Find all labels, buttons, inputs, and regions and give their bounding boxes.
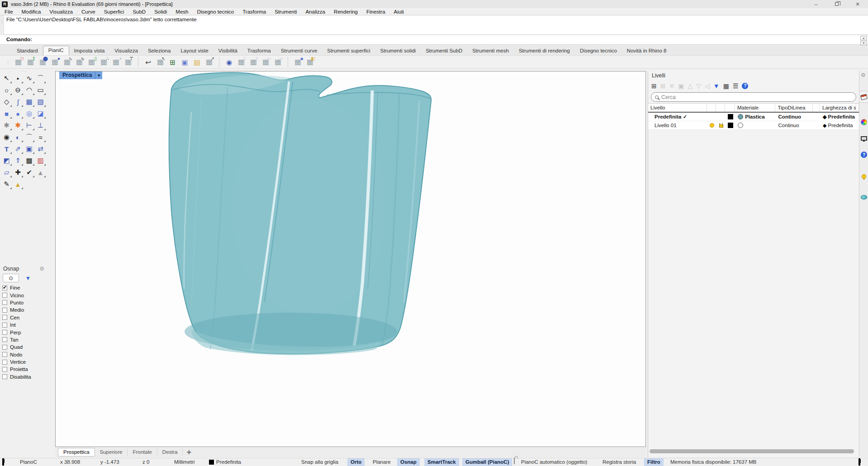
layer-row-livello-01[interactable]: Livello 01Continuo◆PredefinitaNessuno (648, 121, 859, 130)
layers-gear-icon[interactable]: ⚙ (861, 72, 866, 78)
new-layer-icon[interactable]: ⊞ (651, 83, 657, 89)
primitives-tool[interactable]: ▲ (35, 166, 46, 178)
material-dot-icon[interactable] (738, 114, 743, 119)
menu-file[interactable]: File (5, 9, 13, 14)
tab-layout-viste[interactable]: Layout viste (175, 47, 213, 55)
import-cplane-icon[interactable]: ▦↗ (203, 57, 215, 67)
command-history[interactable]: File "C:\Users\User\Desktop\FSL FABLAB\r… (0, 15, 868, 35)
move-tool[interactable]: ⇗ (12, 143, 24, 155)
osnap-checkbox-punto[interactable] (2, 300, 7, 305)
osnap-option-int[interactable]: Int (2, 321, 47, 328)
cplane-previous-icon[interactable]: ▦⇧ (247, 57, 260, 67)
rect-array-tool[interactable]: ▩ (24, 155, 35, 166)
osnap-option-vertice[interactable]: Vertice (2, 358, 47, 366)
cplane-curve-icon[interactable]: ▦∿ (61, 57, 73, 67)
cplane-back-icon[interactable]: ▦⇦ (260, 57, 272, 67)
explode-tool[interactable]: ✱ (1, 119, 12, 131)
layer-color-swatch[interactable] (728, 114, 733, 119)
control-point-curve-tool[interactable]: ∿ (24, 72, 35, 84)
osnap-option-vicino[interactable]: Vicino (2, 291, 47, 299)
menu-analizza[interactable]: Analizza (305, 9, 325, 14)
move-out-icon[interactable]: ◁ (705, 83, 710, 89)
cplane-object-icon[interactable]: ▦⬤ (37, 57, 49, 67)
undo-cplane-icon[interactable]: ↩ (142, 57, 154, 67)
viewport-tab-superiore[interactable]: Superiore (95, 448, 128, 456)
blend-curves-tool[interactable]: ≈ (35, 131, 46, 143)
osnap-checkbox-proietta[interactable] (2, 367, 7, 372)
col-larghezza[interactable]: Larghezza di s (820, 104, 856, 112)
tab-disegno-tecnico[interactable]: Disegno tecnico (575, 47, 622, 55)
osnap-checkbox-vertice[interactable] (2, 360, 7, 365)
layer-columns-icon[interactable]: ▦ (723, 83, 729, 89)
trim-tool[interactable]: ⊢ (24, 119, 35, 131)
menu-trasforma[interactable]: Trasforma (242, 9, 266, 14)
offset-surface-tool[interactable]: ▱ (1, 166, 12, 178)
osnap-option-cen[interactable]: Cen (2, 314, 47, 321)
arc-tool[interactable]: ◠ (24, 84, 35, 96)
material-tab[interactable] (859, 191, 868, 203)
layer-material-cell[interactable]: Plastica (735, 114, 776, 119)
osnap-checkbox-nodo[interactable] (2, 352, 7, 357)
command-input[interactable]: Comando: (0, 35, 868, 45)
new-viewport-tab-button[interactable]: ✚ (183, 449, 194, 456)
layer-menu-icon[interactable]: ☰ (733, 83, 739, 89)
select-tool[interactable]: ↖ (1, 72, 12, 84)
circle-tool[interactable]: ○ (1, 84, 12, 96)
bulb-icon[interactable] (710, 123, 714, 128)
tab-strumenti-superfici[interactable]: Strumenti superfici (322, 47, 375, 55)
tab-seleziona[interactable]: Seleziona (143, 47, 176, 55)
curved-surface-tool[interactable]: ▧ (35, 96, 46, 108)
palette-grip[interactable]: …… (0, 69, 47, 72)
monitor-tab[interactable] (859, 133, 868, 144)
new-sublayer-icon[interactable]: ⊞ (660, 83, 666, 89)
status-planare[interactable]: Planare (373, 459, 391, 465)
menu-strumenti[interactable]: Strumenti (275, 9, 297, 14)
perspective-viewport[interactable]: Prospettica ▾ (55, 71, 646, 447)
layer-color-cell[interactable] (726, 114, 735, 119)
interpolate-curve-tool[interactable]: ⌒ (35, 72, 46, 84)
menu-rendering[interactable]: Rendering (334, 9, 358, 14)
ellipse-tool[interactable]: ⊖ (12, 84, 24, 96)
tab-strumenti-solidi[interactable]: Strumenti solidi (375, 47, 421, 55)
open-lock-icon[interactable] (719, 124, 723, 128)
menu-disegno-tecnico[interactable]: Disegno tecnico (197, 9, 234, 14)
cplane-zaxis-icon[interactable]: ▦↥ (24, 57, 37, 67)
menu-subd[interactable]: SubD (133, 9, 146, 14)
display-tab[interactable] (859, 116, 868, 128)
polygon-tool[interactable]: ◇ (1, 96, 12, 108)
menu-aiuti[interactable]: Aiuti (394, 9, 404, 14)
osnap-checkbox-disabilita[interactable] (2, 374, 7, 379)
split-tool[interactable]: ⊥ (35, 119, 46, 131)
tab-visibilit[interactable]: Visibilità (213, 47, 242, 55)
mirror-tool[interactable]: ⇄ (35, 143, 46, 155)
pyramid-tool[interactable]: ▲ (12, 178, 24, 190)
cplane-sphere-icon[interactable]: ▦● (49, 57, 61, 67)
layer-lock-cell[interactable] (716, 123, 726, 128)
filter-layers-icon[interactable]: ▼ (713, 83, 720, 89)
copy-tool[interactable]: ▣ (24, 143, 35, 155)
restore-button[interactable] (826, 0, 847, 8)
osnap-checkbox-vicino[interactable] (2, 293, 7, 298)
layers-tab[interactable] (859, 91, 868, 103)
fillet-curves-tool[interactable]: ⌒ (24, 131, 35, 143)
osnap-option-nodo[interactable]: Nodo (2, 351, 47, 358)
viewport-tab-prospettica[interactable]: Prospettica (58, 448, 95, 456)
status-osnap-toggle[interactable]: Osnap (397, 458, 420, 466)
menu-superfici[interactable]: Superfici (104, 9, 124, 14)
menu-modifica[interactable]: Modifica (22, 9, 41, 14)
linear-array-tool[interactable]: ▥ (35, 155, 46, 166)
close-button[interactable]: ✕ (847, 0, 868, 8)
cplane-elevation-icon[interactable]: ▦⊤ (122, 57, 134, 67)
col-livello[interactable]: Livello (648, 104, 707, 112)
freeform-curve-tool[interactable]: ∫ (12, 96, 24, 108)
layer-linetype-cell[interactable]: Continuo (776, 123, 814, 128)
osnap-checkbox-perp[interactable] (2, 330, 7, 335)
osnap-checkbox-quad[interactable] (2, 345, 7, 350)
set-cplane-cursor-icon[interactable]: ▦↖ (154, 57, 166, 67)
check-selection-tool[interactable]: ✔ (24, 166, 35, 178)
col-materiale[interactable]: Materiale (735, 104, 775, 112)
viewport-tab-destra[interactable]: Destra (157, 448, 183, 456)
text-tool[interactable]: T (1, 143, 12, 155)
tab-strumenti-subd[interactable]: Strumenti SubD (421, 47, 467, 55)
patch-surface-tool[interactable]: ◪ (35, 108, 46, 119)
